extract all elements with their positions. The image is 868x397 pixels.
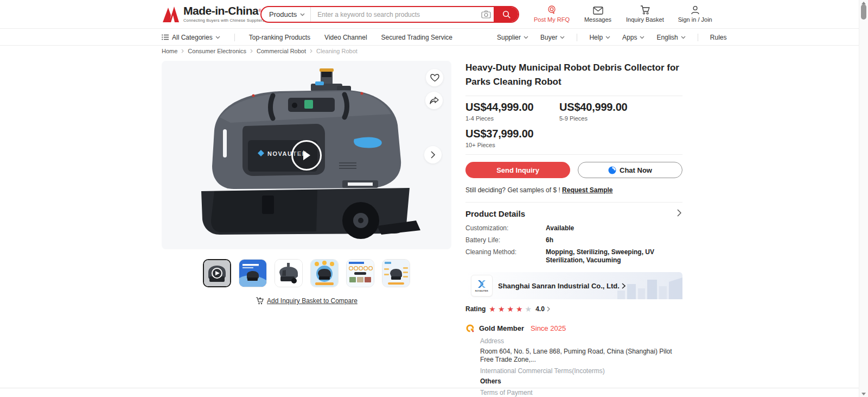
price-qty: 5-9 Pieces	[559, 115, 653, 122]
send-inquiry-button[interactable]: Send Inquiry	[465, 162, 570, 178]
category-list-icon	[162, 34, 169, 40]
thumbnail-video-image	[204, 260, 230, 286]
thumbnail-2[interactable]	[239, 259, 267, 287]
info-value: Others	[480, 377, 682, 386]
chat-messenger-icon	[608, 166, 616, 174]
messages-button[interactable]: Messages	[584, 4, 612, 23]
info-label: Terms of Payment	[480, 389, 682, 396]
nav-label: Supplier	[497, 34, 521, 41]
camera-icon	[481, 10, 491, 18]
chevron-down-icon	[560, 36, 565, 39]
price-tier: US$40,999.00 5-9 Pieces	[559, 101, 653, 122]
search-input[interactable]	[311, 11, 478, 18]
thumbnail-2-image	[239, 260, 266, 287]
nav-label: Top-ranking Products	[249, 34, 310, 41]
messages-label: Messages	[584, 16, 611, 23]
search-category-dropdown[interactable]: Products	[261, 7, 311, 22]
breadcrumb-separator-icon	[250, 49, 253, 53]
thumbnail-6[interactable]	[382, 259, 410, 287]
sample-text: Still deciding? Get samples of $ !	[465, 186, 560, 194]
breadcrumb-separator-icon	[310, 49, 312, 53]
star-icon	[498, 305, 505, 313]
membership-section: Gold Member Since 2025 Address Room 604,…	[465, 324, 682, 397]
member-level: Gold Member	[479, 324, 524, 332]
thumbnail-5[interactable]	[346, 259, 374, 287]
post-my-rfq-button[interactable]: Post My RFQ	[534, 4, 570, 23]
page-scrollbar[interactable]	[859, 0, 868, 397]
breadcrumb-consumer-electronics[interactable]: Consumer Electronics	[188, 48, 246, 54]
price-qty: 10+ Pieces	[465, 142, 559, 148]
sample-row: Still deciding? Get samples of $ ! Reque…	[465, 186, 682, 194]
all-categories-label: All Categories	[172, 34, 213, 41]
nav-secured-trading[interactable]: Secured Trading Service	[381, 34, 452, 41]
image-search-button[interactable]	[478, 7, 494, 22]
share-icon	[430, 97, 439, 105]
share-button[interactable]	[425, 92, 443, 109]
breadcrumb-home[interactable]: Home	[162, 48, 177, 54]
play-icon	[301, 149, 312, 161]
nav-supplier[interactable]: Supplier	[497, 34, 528, 41]
chevron-right-icon	[431, 151, 435, 159]
product-details-rows: Customization: Available Battery Life: 6…	[465, 224, 682, 264]
novautek-logo-icon	[476, 279, 487, 289]
header: Made-in-China® Connecting Buyers with Ch…	[0, 0, 859, 29]
company-card[interactable]: NOVAUTEK Shanghai Sanran Industrial Co.,…	[465, 272, 682, 299]
company-name: Shanghai Sanran Industrial Co., Ltd.	[498, 282, 620, 290]
info-label: International Commercial Terms(Incoterms…	[480, 367, 682, 375]
nav-top-ranking[interactable]: Top-ranking Products	[249, 34, 310, 41]
product-details-heading[interactable]: Product Details	[465, 209, 682, 218]
star-icon	[516, 305, 523, 313]
chevron-right-icon	[547, 306, 550, 312]
member-since: Since 2025	[531, 324, 566, 332]
company-name-row[interactable]: Shanghai Sanran Industrial Co., Ltd.	[498, 282, 626, 290]
rating-row[interactable]: Rating 4.0	[465, 305, 682, 313]
nav-rules[interactable]: Rules	[710, 34, 727, 41]
scrollbar-down-arrow[interactable]	[861, 393, 866, 395]
inquiry-basket-button[interactable]: Inquiry Basket	[626, 4, 664, 23]
nav-help[interactable]: Help	[589, 34, 610, 41]
all-categories-menu[interactable]: All Categories	[162, 34, 220, 41]
company-logo: NOVAUTEK	[471, 275, 493, 297]
play-video-button[interactable]	[291, 140, 322, 171]
search-submit-button[interactable]	[494, 6, 519, 23]
sign-in-label: Sign in / Join	[678, 16, 712, 23]
sign-in-button[interactable]: Sign in / Join	[678, 4, 712, 23]
chevron-down-icon	[640, 36, 644, 39]
nav-divider	[234, 34, 235, 41]
star-icon	[489, 305, 496, 313]
compare-link[interactable]: Add Inquiry Basket to Compare	[267, 297, 358, 305]
scrollbar-thumb[interactable]	[861, 4, 866, 20]
request-sample-link[interactable]: Request Sample	[562, 186, 612, 194]
favorite-button[interactable]	[426, 69, 443, 86]
next-image-button[interactable]	[424, 146, 442, 163]
footer-divider	[0, 388, 859, 388]
detail-row: Customization: Available	[465, 224, 682, 232]
price-value: US$40,999.00	[559, 101, 653, 114]
basket-add-icon	[256, 297, 264, 305]
breadcrumb-separator-icon	[181, 49, 184, 53]
heart-icon	[430, 74, 439, 82]
chat-now-button[interactable]: Chat Now	[578, 162, 682, 178]
nav-apps[interactable]: Apps	[622, 34, 644, 41]
product-info-column: Heavy-Duty Municipal Robot Debris Collec…	[465, 61, 682, 397]
product-image-card: NOVAUTEK	[162, 61, 451, 249]
nav-english[interactable]: English	[656, 34, 685, 41]
thumbnail-6-image	[382, 260, 410, 287]
main-nav: All Categories Top-ranking Products Vide…	[0, 29, 859, 46]
info-value: Room 604, No. 5, Lane 868, Puming Road, …	[480, 348, 682, 364]
inquiry-basket-label: Inquiry Basket	[626, 16, 664, 23]
detail-label: Customization:	[465, 224, 546, 232]
site-logo[interactable]: Made-in-China® Connecting Buyers with Ch…	[162, 4, 265, 24]
chevron-right-icon[interactable]	[677, 209, 681, 217]
nav-label: English	[656, 34, 678, 41]
breadcrumb-commercial-robot[interactable]: Commercial Robot	[257, 48, 306, 54]
nav-video-channel[interactable]: Video Channel	[324, 34, 367, 41]
product-title: Heavy-Duty Municipal Robot Debris Collec…	[465, 61, 682, 89]
nav-buyer[interactable]: Buyer	[540, 34, 565, 41]
price-qty: 1-4 Pieces	[465, 115, 559, 122]
thumbnail-4[interactable]	[310, 259, 339, 287]
detail-value: Available	[546, 224, 682, 232]
thumbnail-3[interactable]	[275, 259, 303, 287]
thumbnail-video[interactable]	[203, 259, 231, 287]
thumbnail-5-image	[347, 260, 374, 287]
